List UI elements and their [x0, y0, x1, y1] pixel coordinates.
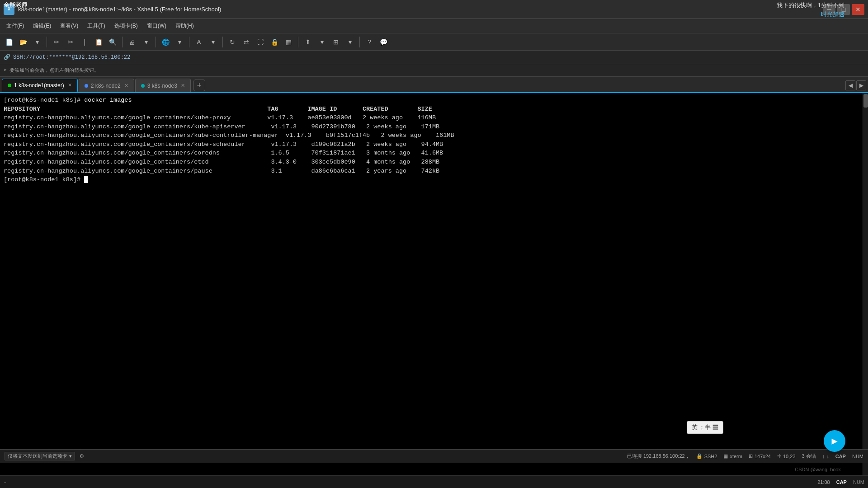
toolbar-print2[interactable]: ▾ — [140, 36, 152, 48]
toolbar-term[interactable]: ▦ — [282, 36, 295, 48]
menu-tools[interactable]: 工具(T) — [83, 20, 109, 32]
menu-help[interactable]: 帮助(H) — [171, 20, 198, 32]
toolbar-dropdown[interactable]: ▾ — [31, 36, 43, 48]
terminal-row-3: registry.cn-hangzhou.aliyuncs.com/google… — [4, 131, 864, 140]
terminal-row-7: registry.cn-hangzhou.aliyuncs.com/google… — [4, 167, 864, 176]
status-terminal: ▦ xterm — [723, 453, 742, 459]
prompt-2: [root@k8s-node1 k8s]# — [4, 176, 84, 183]
toolbar-globe2[interactable]: ▾ — [173, 36, 186, 48]
ssh-label: SSH2 — [704, 454, 717, 459]
status-sessions: 3 会话 — [802, 453, 816, 460]
watermark: CSDN @wang_book — [795, 467, 841, 472]
toolbar-sep4 — [189, 37, 189, 47]
toolbar-new[interactable]: 📄 — [3, 36, 15, 48]
col-imageid: IMAGE ID — [307, 106, 363, 113]
infobar: ➤ 要添加当前会话，点击左侧的箭头按钮。 — [0, 64, 868, 77]
toolbar-layout2[interactable]: ▾ — [344, 36, 356, 48]
status-arrows: ↑ ↓ — [822, 454, 829, 459]
tab-label-3: 3 k8s-node3 — [147, 83, 177, 89]
toolbar-fullscreen[interactable]: ⛶ — [254, 36, 267, 48]
toolbar-sync[interactable]: ⇄ — [240, 36, 253, 48]
toolbar-font2[interactable]: ▾ — [207, 36, 219, 48]
toolbar: 📄 📂 ▾ ✏ ✂ | 📋 🔍 🖨 ▾ 🌐 ▾ A ▾ ↻ ⇄ ⛶ 🔒 ▦ ⬆ … — [0, 33, 868, 51]
toolbar-divider-icon[interactable]: | — [78, 36, 91, 48]
toolbar-help[interactable]: ? — [363, 36, 376, 48]
close-button[interactable]: ✕ — [852, 4, 864, 15]
send-text-dropdown[interactable]: 仅将文本发送到当前选项卡 ▾ — [5, 452, 75, 460]
status-connected: 已连接 192.168.56.100:22， — [627, 453, 690, 460]
terminal-scrollbar[interactable] — [863, 93, 868, 475]
info-arrow-icon: ➤ — [4, 67, 7, 74]
address-text[interactable]: SSH://root:*******@192.168.56.100:22 — [13, 54, 130, 61]
menu-edit[interactable]: 编辑(E) — [28, 20, 56, 32]
toolbar-globe[interactable]: 🌐 — [159, 36, 172, 48]
toolbar-open[interactable]: 📂 — [17, 36, 29, 48]
tab-nav-right-btn[interactable]: ▶ — [856, 80, 866, 90]
position-label: 10,23 — [783, 454, 796, 459]
overlay-line2: 时光加速 — [777, 10, 844, 19]
status-connected-text: 已连接 192.168.56.100:22， — [627, 453, 690, 460]
toolbar-sep2 — [122, 37, 123, 47]
tab-close-3[interactable]: ✕ — [181, 83, 185, 89]
toolbar-copy[interactable]: 📋 — [92, 36, 105, 48]
tab-close-1[interactable]: ✕ — [68, 82, 72, 88]
tab-2[interactable]: 2 k8s-node2 ✕ — [79, 79, 134, 92]
tab-nav-left[interactable]: ◀ — [845, 80, 855, 90]
tab-dot-2 — [85, 84, 88, 88]
prompt-1: [root@k8s-node1 k8s]# — [4, 97, 84, 103]
ime-indicator[interactable]: 英 ；半 ☰ — [687, 421, 723, 434]
tab-1[interactable]: 1 k8s-node1(master) ✕ — [2, 79, 78, 92]
menu-file[interactable]: 文件(F) — [2, 20, 28, 32]
toolbar-print[interactable]: 🖨 — [126, 36, 138, 48]
taskbar: ··· 21:08 CAP NUM — [0, 475, 868, 488]
terminal-wrapper: [root@k8s-node1 k8s]# docker images REPO… — [0, 93, 868, 475]
tab-close-2[interactable]: ✕ — [124, 83, 128, 89]
send-text-arrow: ▾ — [69, 453, 72, 459]
tabbar: 1 k8s-node1(master) ✕ 2 k8s-node2 ✕ 3 k8… — [0, 77, 868, 93]
addressbar: 🔗 SSH://root:*******@192.168.56.100:22 — [0, 51, 868, 64]
col-tag: TAG — [267, 106, 307, 113]
tab-add-button[interactable]: + — [193, 80, 205, 91]
toolbar-find[interactable]: 🔍 — [106, 36, 119, 48]
info-text: 要添加当前会话，点击左侧的箭头按钮。 — [9, 67, 99, 74]
tab-dot-3 — [141, 84, 145, 88]
terminal-row-2: registry.cn-hangzhou.aliyuncs.com/google… — [4, 122, 864, 131]
bilibili-icon[interactable]: ▶ — [824, 430, 845, 452]
toolbar-upload2[interactable]: ▾ — [316, 36, 328, 48]
status-left: 仅将文本发送到当前选项卡 ▾ ⚙ — [5, 452, 627, 460]
terminal-line-prompt2: [root@k8s-node1 k8s]# — [4, 175, 864, 184]
toolbar-upload[interactable]: ⬆ — [302, 36, 314, 48]
taskbar-time: 21:08 — [817, 479, 830, 485]
terminal-row-1: registry.cn-hangzhou.aliyuncs.com/google… — [4, 113, 864, 122]
menu-window[interactable]: 窗口(W) — [142, 20, 171, 32]
toolbar-font[interactable]: A — [193, 36, 205, 48]
menu-tabs[interactable]: 选项卡(B) — [110, 20, 142, 32]
taskbar-text: ··· — [4, 479, 8, 485]
status-settings[interactable]: ⚙ — [80, 453, 84, 459]
window-title: k8s-node1(master) - root@k8s-node1:~/k8s… — [18, 6, 823, 13]
tab-dot-1 — [8, 84, 11, 87]
toolbar-lock[interactable]: 🔒 — [268, 36, 281, 48]
sessions-label: 3 会话 — [802, 453, 816, 460]
status-position: ✛ 10,23 — [777, 453, 796, 459]
tab-label-2: 2 k8s-node2 — [91, 83, 121, 89]
top-right-overlay: 我下的很快啊，1分钟不到 时光加速 — [775, 0, 846, 19]
terminal-scrollbar-thumb[interactable] — [863, 94, 868, 108]
toolbar-sep5 — [222, 37, 223, 47]
status-ssh: 🔒 SSH2 — [696, 453, 717, 459]
toolbar-cut[interactable]: ✂ — [64, 36, 77, 48]
menu-view[interactable]: 查看(V) — [56, 20, 83, 32]
terminal-row-4: registry.cn-hangzhou.aliyuncs.com/google… — [4, 140, 864, 149]
toolbar-layout[interactable]: ⊞ — [330, 36, 342, 48]
taskbar-num: NUM — [853, 479, 864, 485]
tab-3[interactable]: 3 k8s-node3 ✕ — [135, 79, 191, 92]
col-size: SIZE — [417, 106, 432, 113]
toolbar-chat[interactable]: 💬 — [377, 36, 390, 48]
main-area: 文件(F) 编辑(E) 查看(V) 工具(T) 选项卡(B) 窗口(W) 帮助(… — [0, 19, 868, 475]
terminal-row-5: registry.cn-hangzhou.aliyuncs.com/google… — [4, 149, 864, 158]
toolbar-edit[interactable]: ✏ — [50, 36, 63, 48]
tab-label-1: 1 k8s-node1(master) — [14, 82, 64, 89]
terminal[interactable]: [root@k8s-node1 k8s]# docker images REPO… — [0, 93, 868, 462]
toolbar-refresh[interactable]: ↻ — [226, 36, 239, 48]
overlay-line1: 我下的很快啊，1分钟不到 — [777, 1, 844, 10]
